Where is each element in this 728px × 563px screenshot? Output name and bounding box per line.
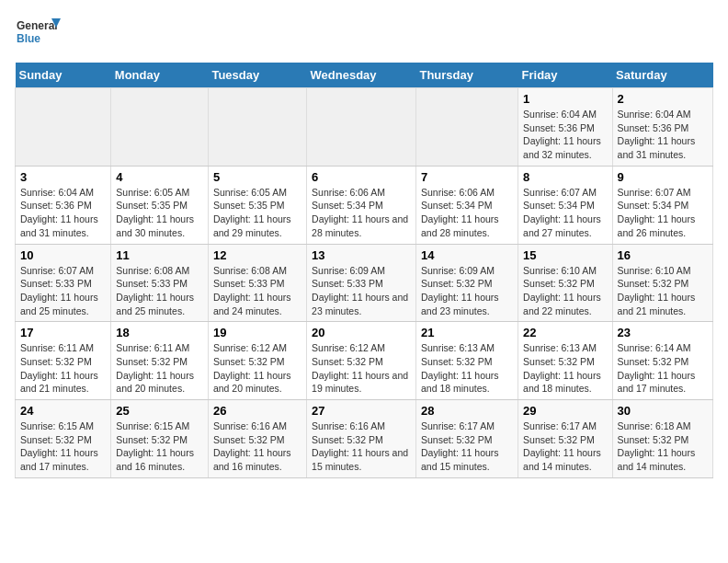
day-info: Sunrise: 6:08 AMSunset: 5:33 PMDaylight:… xyxy=(116,264,203,318)
column-header-sunday: Sunday xyxy=(16,63,111,88)
column-header-friday: Friday xyxy=(518,63,613,88)
calendar-cell: 10Sunrise: 6:07 AMSunset: 5:33 PMDayligh… xyxy=(16,244,111,322)
calendar-cell: 3Sunrise: 6:04 AMSunset: 5:36 PMDaylight… xyxy=(16,166,111,244)
calendar-cell: 5Sunrise: 6:05 AMSunset: 5:35 PMDaylight… xyxy=(208,166,306,244)
svg-text:Blue: Blue xyxy=(17,32,40,45)
calendar-cell: 25Sunrise: 6:15 AMSunset: 5:32 PMDayligh… xyxy=(111,400,209,478)
calendar-cell: 21Sunrise: 6:13 AMSunset: 5:32 PMDayligh… xyxy=(415,322,518,400)
day-info: Sunrise: 6:13 AMSunset: 5:32 PMDaylight:… xyxy=(523,341,608,396)
calendar-cell: 29Sunrise: 6:17 AMSunset: 5:32 PMDayligh… xyxy=(518,400,613,478)
week-row-3: 10Sunrise: 6:07 AMSunset: 5:33 PMDayligh… xyxy=(16,244,713,322)
day-number: 2 xyxy=(618,92,708,106)
week-row-4: 17Sunrise: 6:11 AMSunset: 5:32 PMDayligh… xyxy=(16,322,713,400)
column-header-thursday: Thursday xyxy=(415,63,518,88)
calendar-cell xyxy=(415,88,518,167)
day-info: Sunrise: 6:10 AMSunset: 5:32 PMDaylight:… xyxy=(523,264,608,318)
column-header-saturday: Saturday xyxy=(612,63,712,88)
calendar-cell: 8Sunrise: 6:07 AMSunset: 5:34 PMDaylight… xyxy=(518,166,613,244)
day-number: 14 xyxy=(421,248,513,262)
day-number: 28 xyxy=(421,404,513,418)
calendar-cell: 13Sunrise: 6:09 AMSunset: 5:33 PMDayligh… xyxy=(307,244,416,322)
calendar-cell: 11Sunrise: 6:08 AMSunset: 5:33 PMDayligh… xyxy=(111,244,209,322)
day-number: 1 xyxy=(523,92,608,106)
day-info: Sunrise: 6:11 AMSunset: 5:32 PMDaylight:… xyxy=(20,341,106,396)
day-info: Sunrise: 6:16 AMSunset: 5:32 PMDaylight:… xyxy=(312,419,411,474)
day-info: Sunrise: 6:10 AMSunset: 5:32 PMDaylight:… xyxy=(618,264,708,318)
logo: General Blue xyxy=(15,15,61,52)
day-info: Sunrise: 6:12 AMSunset: 5:32 PMDaylight:… xyxy=(312,341,411,396)
day-info: Sunrise: 6:17 AMSunset: 5:32 PMDaylight:… xyxy=(523,419,608,474)
day-info: Sunrise: 6:06 AMSunset: 5:34 PMDaylight:… xyxy=(312,186,411,240)
calendar-cell: 27Sunrise: 6:16 AMSunset: 5:32 PMDayligh… xyxy=(307,400,416,478)
week-row-1: 1Sunrise: 6:04 AMSunset: 5:36 PMDaylight… xyxy=(16,88,713,167)
day-number: 25 xyxy=(116,404,203,418)
calendar-cell: 9Sunrise: 6:07 AMSunset: 5:34 PMDaylight… xyxy=(612,166,712,244)
day-info: Sunrise: 6:14 AMSunset: 5:32 PMDaylight:… xyxy=(618,341,708,396)
calendar-cell: 28Sunrise: 6:17 AMSunset: 5:32 PMDayligh… xyxy=(415,400,518,478)
day-number: 9 xyxy=(618,170,708,184)
calendar-cell: 16Sunrise: 6:10 AMSunset: 5:32 PMDayligh… xyxy=(612,244,712,322)
calendar-cell: 24Sunrise: 6:15 AMSunset: 5:32 PMDayligh… xyxy=(16,400,111,478)
week-row-5: 24Sunrise: 6:15 AMSunset: 5:32 PMDayligh… xyxy=(16,400,713,478)
day-number: 16 xyxy=(618,248,708,262)
week-row-2: 3Sunrise: 6:04 AMSunset: 5:36 PMDaylight… xyxy=(16,166,713,244)
day-info: Sunrise: 6:04 AMSunset: 5:36 PMDaylight:… xyxy=(20,186,106,240)
svg-text:General: General xyxy=(17,19,58,32)
day-info: Sunrise: 6:07 AMSunset: 5:34 PMDaylight:… xyxy=(618,186,708,240)
day-number: 24 xyxy=(20,404,106,418)
day-info: Sunrise: 6:13 AMSunset: 5:32 PMDaylight:… xyxy=(421,341,513,396)
day-info: Sunrise: 6:04 AMSunset: 5:36 PMDaylight:… xyxy=(618,108,708,162)
day-info: Sunrise: 6:17 AMSunset: 5:32 PMDaylight:… xyxy=(421,419,513,474)
day-number: 23 xyxy=(618,326,708,339)
day-number: 6 xyxy=(312,170,411,184)
day-number: 5 xyxy=(213,170,301,184)
day-number: 15 xyxy=(523,248,608,262)
calendar-cell: 12Sunrise: 6:08 AMSunset: 5:33 PMDayligh… xyxy=(208,244,306,322)
day-info: Sunrise: 6:12 AMSunset: 5:32 PMDaylight:… xyxy=(213,341,301,396)
logo-svg: General Blue xyxy=(15,15,61,52)
column-header-wednesday: Wednesday xyxy=(307,63,416,88)
calendar-cell: 23Sunrise: 6:14 AMSunset: 5:32 PMDayligh… xyxy=(612,322,712,400)
day-number: 18 xyxy=(116,326,203,339)
day-number: 22 xyxy=(523,326,608,339)
calendar-cell: 17Sunrise: 6:11 AMSunset: 5:32 PMDayligh… xyxy=(16,322,111,400)
day-info: Sunrise: 6:15 AMSunset: 5:32 PMDaylight:… xyxy=(20,419,106,474)
calendar-cell: 6Sunrise: 6:06 AMSunset: 5:34 PMDaylight… xyxy=(307,166,416,244)
calendar-table: SundayMondayTuesdayWednesdayThursdayFrid… xyxy=(15,63,713,478)
day-info: Sunrise: 6:09 AMSunset: 5:33 PMDaylight:… xyxy=(312,264,411,318)
day-info: Sunrise: 6:04 AMSunset: 5:36 PMDaylight:… xyxy=(523,108,608,162)
calendar-cell: 18Sunrise: 6:11 AMSunset: 5:32 PMDayligh… xyxy=(111,322,209,400)
day-number: 3 xyxy=(20,170,106,184)
calendar-cell: 30Sunrise: 6:18 AMSunset: 5:32 PMDayligh… xyxy=(612,400,712,478)
day-number: 29 xyxy=(523,404,608,418)
calendar-body: 1Sunrise: 6:04 AMSunset: 5:36 PMDaylight… xyxy=(16,88,713,478)
calendar-cell xyxy=(307,88,416,167)
day-number: 21 xyxy=(421,326,513,339)
day-number: 10 xyxy=(20,248,106,262)
calendar-cell: 2Sunrise: 6:04 AMSunset: 5:36 PMDaylight… xyxy=(612,88,712,167)
calendar-cell: 1Sunrise: 6:04 AMSunset: 5:36 PMDaylight… xyxy=(518,88,613,167)
day-number: 13 xyxy=(312,248,411,262)
day-number: 4 xyxy=(116,170,203,184)
day-number: 12 xyxy=(213,248,301,262)
day-info: Sunrise: 6:16 AMSunset: 5:32 PMDaylight:… xyxy=(213,419,301,474)
calendar-cell: 14Sunrise: 6:09 AMSunset: 5:32 PMDayligh… xyxy=(415,244,518,322)
day-info: Sunrise: 6:15 AMSunset: 5:32 PMDaylight:… xyxy=(116,419,203,474)
day-number: 11 xyxy=(116,248,203,262)
calendar-cell: 26Sunrise: 6:16 AMSunset: 5:32 PMDayligh… xyxy=(208,400,306,478)
day-info: Sunrise: 6:18 AMSunset: 5:32 PMDaylight:… xyxy=(618,419,708,474)
calendar-cell xyxy=(16,88,111,167)
day-number: 17 xyxy=(20,326,106,339)
calendar-cell: 4Sunrise: 6:05 AMSunset: 5:35 PMDaylight… xyxy=(111,166,209,244)
calendar-cell: 20Sunrise: 6:12 AMSunset: 5:32 PMDayligh… xyxy=(307,322,416,400)
calendar-cell: 22Sunrise: 6:13 AMSunset: 5:32 PMDayligh… xyxy=(518,322,613,400)
day-number: 27 xyxy=(312,404,411,418)
day-number: 8 xyxy=(523,170,608,184)
day-number: 20 xyxy=(312,326,411,339)
page-header: General Blue xyxy=(15,15,713,52)
calendar-cell: 19Sunrise: 6:12 AMSunset: 5:32 PMDayligh… xyxy=(208,322,306,400)
day-info: Sunrise: 6:09 AMSunset: 5:32 PMDaylight:… xyxy=(421,264,513,318)
day-info: Sunrise: 6:05 AMSunset: 5:35 PMDaylight:… xyxy=(213,186,301,240)
day-number: 30 xyxy=(618,404,708,418)
calendar-cell xyxy=(208,88,306,167)
